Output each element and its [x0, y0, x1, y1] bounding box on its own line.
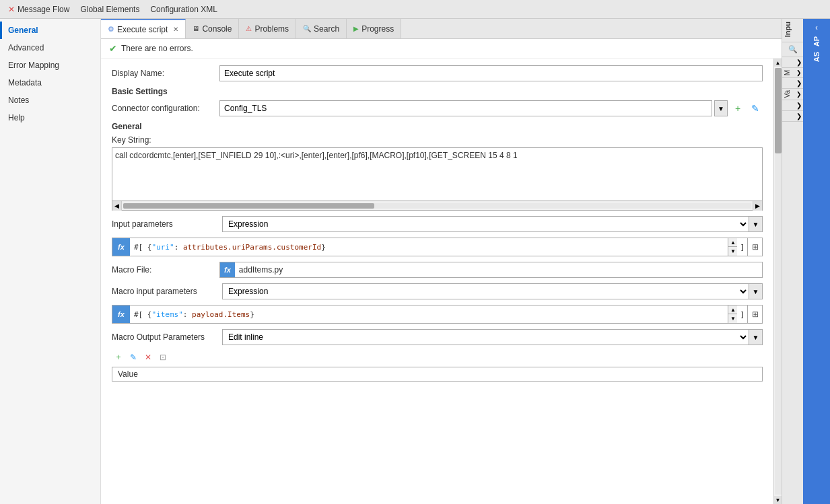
input-params-select-wrap: Expression ▼	[222, 216, 763, 232]
input-section-header: Inpu	[782, 19, 803, 42]
config-xml-label: Configuration XML	[150, 5, 217, 14]
expr-grid-btn-2[interactable]: ⊞	[747, 305, 762, 323]
key-string-scrollbar: ◀ ▶	[112, 201, 763, 211]
display-name-row: Display Name:	[112, 65, 763, 81]
macro-output-params-arrow[interactable]: ▼	[749, 329, 763, 345]
expr-spinners-2: ▲ ▼	[728, 305, 737, 323]
expr-grid-btn-1[interactable]: ⊞	[747, 238, 762, 256]
connector-select-arrow[interactable]: ▼	[714, 100, 728, 116]
toolbar-add-button[interactable]: +	[112, 351, 125, 364]
console-icon: 🖥	[193, 25, 199, 32]
sidebar-item-advanced[interactable]: Advanced	[0, 39, 100, 57]
tab-execute-script[interactable]: ⚙ Execute script ✕	[101, 19, 186, 38]
spinner-up-2[interactable]: ▲	[728, 305, 737, 314]
top-bar: ✕ Message Flow Global Elements Configura…	[0, 0, 830, 19]
far-right-collapse-arrow[interactable]: ‹	[814, 22, 819, 34]
far-right-label-ap: AP	[812, 34, 821, 49]
scroll-track-vert[interactable]	[775, 68, 782, 495]
key-string-section: Key String: call cdcordcmtc,[enter],[SET…	[112, 135, 763, 211]
connector-config-label: Connector configuration:	[112, 104, 219, 113]
scroll-track[interactable]	[123, 203, 751, 209]
tab-close-button[interactable]: ✕	[173, 26, 178, 33]
expr-spinners-1: ▲ ▼	[728, 238, 737, 256]
tab-search-label: Search	[314, 24, 339, 34]
connector-select-wrap: Config_TLS ▼ + ✎	[219, 100, 763, 116]
main-area: General Advanced Error Mapping Metadata …	[0, 19, 830, 504]
input-search[interactable]: 🔍	[782, 42, 803, 57]
macro-input-params-select-wrap: Expression ▼	[222, 283, 763, 299]
status-bar: ✔ There are no errors.	[101, 39, 782, 59]
vertical-scrollbar[interactable]: ▲ ▼	[773, 59, 782, 504]
problems-icon: ⚠	[246, 25, 252, 32]
key-string-label: Key String:	[112, 135, 763, 145]
expr-bracket-1: ]	[737, 243, 747, 252]
macro-file-label: Macro File:	[112, 265, 219, 275]
tab-progress[interactable]: ▶ Progress	[347, 19, 401, 38]
macro-file-fx: fx	[220, 262, 235, 277]
sidebar-item-help[interactable]: Help	[0, 109, 100, 127]
macro-expr-input[interactable]: #[ {"items": payload.Items}	[130, 309, 728, 320]
input-params-select-arrow[interactable]: ▼	[749, 216, 763, 232]
macro-input-params-label: Macro input parameters	[112, 287, 219, 296]
fx-badge-2: fx	[112, 305, 130, 323]
macro-expr-row: fx #[ {"items": payload.Items} ▲ ▼ ] ⊞	[112, 305, 763, 324]
scroll-up-arrow[interactable]: ▲	[774, 59, 782, 67]
macro-output-params-select[interactable]: Edit inline	[222, 329, 749, 345]
macro-file-input-wrap: fx addItems.py	[219, 262, 763, 278]
input-params-select[interactable]: Expression	[222, 216, 749, 232]
section-chevron-1[interactable]: ❯	[782, 57, 803, 68]
section-chevron-6[interactable]: ❯	[782, 111, 803, 122]
macro-input-params-select[interactable]: Expression	[222, 283, 749, 299]
chevron-down-icon-6: ❯	[796, 112, 802, 120]
input-params-row: Input parameters Expression ▼	[112, 216, 763, 232]
scroll-thumb	[123, 203, 374, 209]
basic-settings-title: Basic Settings	[112, 87, 763, 96]
connector-config-row: Connector configuration: Config_TLS ▼ + …	[112, 100, 763, 116]
macro-input-params-arrow[interactable]: ▼	[749, 283, 763, 299]
tab-problems[interactable]: ⚠ Problems	[239, 19, 296, 38]
tab-bar: ⚙ Execute script ✕ 🖥 Console ⚠ Problems …	[101, 19, 782, 39]
config-xml-tab[interactable]: Configuration XML	[145, 3, 222, 15]
spinner-down-2[interactable]: ▼	[728, 314, 737, 323]
chevron-down-icon-4[interactable]: ❯	[796, 91, 802, 98]
scroll-right-arrow[interactable]: ▶	[753, 201, 762, 211]
connector-edit-button[interactable]: ✎	[748, 101, 763, 116]
scroll-left-arrow[interactable]: ◀	[112, 201, 122, 211]
display-name-label: Display Name:	[112, 69, 219, 78]
sidebar-item-general[interactable]: General	[0, 22, 100, 39]
tab-console-label: Console	[202, 24, 232, 34]
execute-script-icon: ⚙	[108, 25, 114, 34]
macro-file-text: addItems.py	[235, 265, 287, 275]
global-elements-label: Global Elements	[80, 5, 139, 14]
scroll-down-arrow[interactable]: ▼	[774, 496, 782, 504]
connector-select[interactable]: Config_TLS	[219, 100, 712, 116]
chevron-down-icon-1: ❯	[796, 59, 802, 66]
global-elements-tab[interactable]: Global Elements	[75, 3, 145, 15]
center-content: ⚙ Execute script ✕ 🖥 Console ⚠ Problems …	[101, 19, 782, 504]
spinner-up-1[interactable]: ▲	[728, 238, 737, 247]
section-chevron-3[interactable]: ❯	[782, 78, 803, 89]
sidebar-item-error-mapping[interactable]: Error Mapping	[0, 57, 100, 74]
sidebar-item-metadata[interactable]: Metadata	[0, 74, 100, 92]
input-expr-input[interactable]: #[ {"uri": attributes.uriParams.customer…	[130, 242, 728, 253]
toolbar-delete-button[interactable]: ✕	[141, 351, 155, 364]
spinner-down-1[interactable]: ▼	[728, 247, 737, 256]
key-string-code-area[interactable]: call cdcordcmtc,[enter],[SET_INFIELD 29 …	[112, 147, 763, 201]
message-flow-tab[interactable]: ✕ Message Flow	[3, 3, 75, 15]
chevron-down-icon-5: ❯	[796, 102, 802, 109]
toolbar-copy-button[interactable]: ⊡	[156, 351, 170, 364]
sidebar-item-notes[interactable]: Notes	[0, 92, 100, 109]
macro-output-toolbar: + ✎ ✕ ⊡	[112, 351, 763, 364]
tab-problems-label: Problems	[254, 24, 289, 34]
display-name-input[interactable]	[219, 65, 763, 81]
section-chevron-5[interactable]: ❯	[782, 100, 803, 111]
message-flow-label: Message Flow	[18, 5, 69, 14]
chevron-down-icon-2[interactable]: ❯	[796, 69, 802, 76]
tab-search[interactable]: 🔍 Search	[296, 19, 347, 38]
connector-add-button[interactable]: +	[730, 101, 745, 116]
fx-badge-1: fx	[112, 238, 130, 256]
macro-output-params-select-wrap: Edit inline ▼	[222, 329, 763, 345]
toolbar-edit-button[interactable]: ✎	[127, 351, 140, 364]
chevron-down-icon-3: ❯	[796, 79, 802, 87]
tab-console[interactable]: 🖥 Console	[186, 19, 239, 38]
